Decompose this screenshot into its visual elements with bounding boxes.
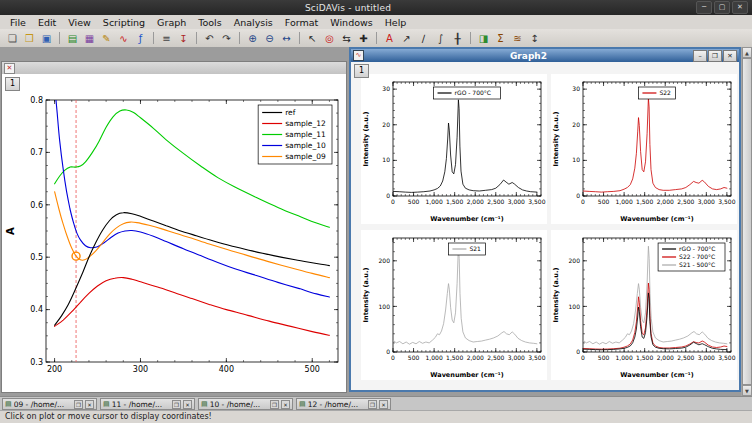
menu-graph[interactable]: Graph [151,16,192,29]
add-column-icon[interactable]: ◨ [475,31,492,46]
svg-text:2,500: 2,500 [677,354,694,361]
close-icon[interactable]: ✕ [732,1,748,14]
svg-text:0: 0 [391,354,395,361]
data-reader-icon[interactable]: ◎ [321,31,338,46]
add-error-bars-icon[interactable]: ╂ [449,31,466,46]
raman-plot-overlay[interactable]: 05001,0001,5002,0002,5003,0003,500010020… [551,230,737,380]
menu-file[interactable]: File [4,16,32,29]
svg-text:0.3: 0.3 [30,358,43,367]
close-icon[interactable]: ✕ [723,50,737,62]
raman-chart-host-topright[interactable]: 05001,0001,5002,0002,5003,0003,500010203… [551,74,737,224]
restore-window-icon[interactable]: ❐ [172,400,181,409]
draw-arrow-icon[interactable]: ↗ [398,31,415,46]
window-tab-3[interactable]: ▤10 - /home/...❐✕ [198,398,293,410]
uvvis-chart-host[interactable]: 2003004005000.30.40.50.60.70.8Arefsample… [2,74,346,392]
raman-plot-rgo700[interactable]: 05001,0001,5002,0002,5003,0003,500010203… [361,74,547,224]
redo-icon[interactable]: ↷ [218,31,235,46]
save-project-icon[interactable]: ▣ [38,31,55,46]
svg-text:2,000: 2,000 [657,198,674,205]
new-table-icon[interactable]: ▤ [64,31,81,46]
window-tab-2[interactable]: ▤11 - /home/...❐✕ [100,398,195,410]
svg-text:2,500: 2,500 [677,198,694,205]
minimize-icon[interactable]: – [693,50,707,62]
print-icon[interactable]: ≡ [158,31,175,46]
menu-windows[interactable]: Windows [324,16,378,29]
raman-chart-host-bottomright[interactable]: 05001,0001,5002,0002,5003,0003,500010020… [551,230,737,380]
close-window-icon[interactable]: ✕ [85,400,94,409]
sort-table-icon[interactable]: ↕ [526,31,543,46]
uvvis-absorption-plot[interactable]: 2003004005000.30.40.50.60.70.8Arefsample… [2,74,346,392]
new-graph-icon[interactable]: ∿ [115,31,132,46]
add-text-icon[interactable]: A [381,31,398,46]
scrollbar-thumb[interactable] [742,58,752,385]
close-window-icon[interactable]: ✕ [183,400,192,409]
close-window-icon[interactable]: ✕ [379,400,388,409]
graph2-window[interactable]: ∿ Graph2 – ❐ ✕ 1 05001,0001,5002,0002,50… [349,47,741,392]
column-statistics-icon[interactable]: Σ [492,31,509,46]
new-note-icon[interactable]: ✎ [98,31,115,46]
svg-text:500: 500 [408,354,420,361]
menu-format[interactable]: Format [279,16,324,29]
graph2-titlebar[interactable]: ∿ Graph2 – ❐ ✕ [351,49,739,62]
toolbar: ❏❒▣▤▦✎∿ƒ≡↧↶↷⊕⊖↔↖◎⇆✚A↗∕∫╂◨Σ≋↕ [0,29,752,48]
rescale-to-show-all-icon[interactable]: ↔ [278,31,295,46]
menu-scripting[interactable]: Scripting [97,16,151,29]
toolbar-separator [153,32,154,44]
maximize-icon[interactable]: ▢ [714,1,730,14]
scroll-down-icon[interactable]: ▼ [742,385,752,396]
svg-text:3,000: 3,000 [508,198,525,205]
new-matrix-icon[interactable]: ▦ [81,31,98,46]
pointer-icon[interactable]: ↖ [304,31,321,46]
draw-line-icon[interactable]: ∕ [415,31,432,46]
graph1-window[interactable]: ✕ 1 2003004005000.30.40.50.60.70.8Arefsa… [1,61,347,393]
menu-bar: FileEditViewScriptingGraphToolsAnalysisF… [0,15,752,30]
restore-window-icon[interactable]: ❐ [368,400,377,409]
open-project-icon[interactable]: ❒ [21,31,38,46]
svg-text:1,500: 1,500 [636,354,653,361]
svg-text:500: 500 [305,365,320,374]
new-function-plot-icon[interactable]: ƒ [132,31,149,46]
menu-view[interactable]: View [62,16,97,29]
svg-text:sample_09: sample_09 [285,152,326,161]
restore-window-icon[interactable]: ❐ [74,400,83,409]
minimize-icon[interactable]: ─ [696,1,712,14]
svg-text:10: 10 [382,156,390,163]
raman-plot-s21[interactable]: 05001,0001,5002,0002,5003,0003,500010020… [361,230,547,380]
menu-edit[interactable]: Edit [32,16,62,29]
svg-text:sample_10: sample_10 [285,141,326,150]
vertical-scrollbar[interactable]: ▲ ▼ [741,47,752,396]
window-tab-1[interactable]: ▤09 - /home/...❐✕ [2,398,97,410]
undo-icon[interactable]: ↶ [201,31,218,46]
row-statistics-icon[interactable]: ≋ [509,31,526,46]
graph1-layer-button[interactable]: 1 [5,77,20,91]
close-window-icon[interactable]: ✕ [281,400,290,409]
svg-text:rGO - 700°C: rGO - 700°C [679,245,715,252]
svg-text:1,000: 1,000 [426,354,443,361]
svg-text:0.8: 0.8 [30,96,43,105]
raman-chart-host-topleft[interactable]: 05001,0001,5002,0002,5003,0003,500010203… [361,74,547,224]
raman-plot-s22[interactable]: 05001,0001,5002,0002,5003,0003,500010203… [551,74,737,224]
menu-analysis[interactable]: Analysis [228,16,279,29]
screen-reader-icon[interactable]: ✚ [355,31,372,46]
zoom-in-icon[interactable]: ⊕ [244,31,261,46]
menu-tools[interactable]: Tools [192,16,227,29]
toolbar-separator [59,32,60,44]
new-project-icon[interactable]: ❏ [4,31,21,46]
graph1-window-icon: ✕ [4,63,15,74]
restore-icon[interactable]: ❐ [708,50,722,62]
window-tab-4[interactable]: ▤12 - /home/...❐✕ [296,398,391,410]
raman-chart-host-bottomleft[interactable]: 05001,0001,5002,0002,5003,0003,500010020… [361,230,547,380]
graph2-layer-button[interactable]: 1 [354,64,369,78]
restore-window-icon[interactable]: ❐ [270,400,279,409]
svg-text:2,500: 2,500 [487,198,504,205]
scroll-up-icon[interactable]: ▲ [742,47,752,58]
graph2-window-title: Graph2 [364,51,693,61]
add-function-curve-icon[interactable]: ∫ [432,31,449,46]
svg-text:Wavenumber (cm⁻¹): Wavenumber (cm⁻¹) [430,371,503,379]
zoom-out-icon[interactable]: ⊖ [261,31,278,46]
svg-text:500: 500 [598,198,610,205]
select-range-icon[interactable]: ⇆ [338,31,355,46]
mdi-workspace: ✕ 1 2003004005000.30.40.50.60.70.8Arefsa… [0,47,752,396]
menu-help[interactable]: Help [379,16,413,29]
export-pdf-icon[interactable]: ↧ [175,31,192,46]
